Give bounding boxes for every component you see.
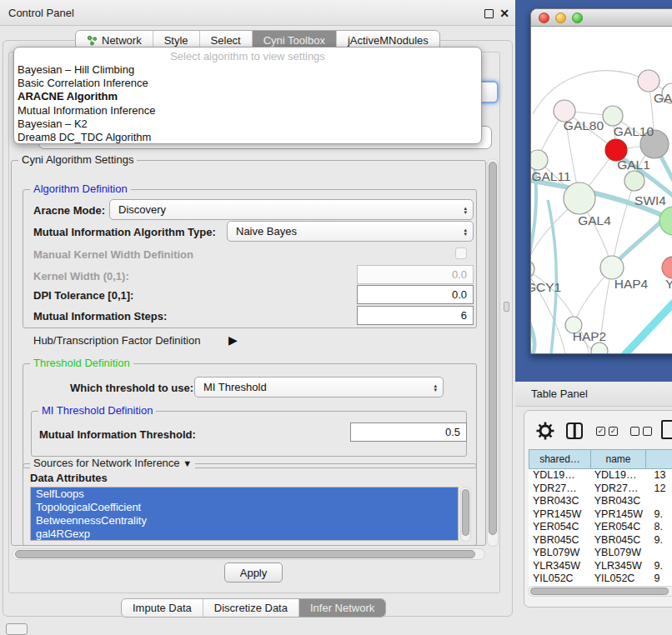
hub-definition-toggle-label[interactable]: Hub/Transcription Factor Definition [33,334,200,347]
float-panel-icon[interactable] [484,9,494,18]
attribute-item[interactable]: SelfLoops [31,488,458,501]
network-node[interactable] [659,207,672,235]
cell-name[interactable]: YDR27… [590,482,644,496]
settings-horizontal-scrollbar-thumb[interactable] [15,550,475,558]
column-header-shared-name[interactable]: shared… [529,449,591,469]
attribute-item[interactable]: BetweennessCentrality [31,514,458,528]
kernel-width-field[interactable]: 0.0 [357,265,474,284]
cell-name[interactable]: YBR043C [590,495,644,508]
table-row[interactable]: YPR145W YPR145W 9. [529,508,672,522]
tab-infer-network[interactable]: Infer Network [298,599,385,617]
network-node[interactable] [638,70,659,92]
network-edge[interactable] [533,71,649,114]
minimized-panel-icon[interactable] [6,623,28,635]
settings-horizontal-scrollbar[interactable] [12,548,485,560]
cell-value[interactable]: 9. [644,508,672,522]
aracne-mode-select[interactable]: Discovery ▴▾ [109,199,474,220]
panel-splitter-handle[interactable] [504,302,509,312]
attribute-list-scrollbar-thumb[interactable] [462,489,469,536]
cell-name[interactable]: YIL052C [590,572,644,586]
settings-vertical-scrollbar[interactable] [487,158,499,547]
cell-shared-name[interactable]: YPR145W [529,508,590,522]
cell-value[interactable]: 9. [644,560,672,573]
cell-value[interactable]: 9 [644,572,672,586]
attribute-list-scrollbar[interactable] [460,487,471,542]
cell-shared-name[interactable]: YIL052C [529,572,590,586]
mi-threshold-field[interactable]: 0.5 [350,422,467,442]
network-node[interactable] [531,150,548,170]
cell-name[interactable]: YBR045C [590,534,644,548]
column-header-name[interactable]: name [591,449,646,469]
network-node[interactable] [662,257,672,278]
apply-button[interactable]: Apply [224,562,283,582]
algorithm-option[interactable]: Bayesian – Hill Climbing [14,63,481,77]
mi-algorithm-type-select[interactable]: Naive Bayes ▴▾ [227,221,474,242]
cell-shared-name[interactable]: YDR27… [529,482,590,496]
cell-value[interactable]: 12 [644,482,672,496]
collapsed-arrow-icon[interactable]: ▶ [228,333,238,347]
cell-name[interactable]: YPR145W [590,508,644,522]
which-threshold-select[interactable]: MI Threshold ▴▾ [194,377,444,398]
close-icon[interactable]: ✕ [499,7,510,20]
gear-icon[interactable] [536,422,554,440]
table-horizontal-scrollbar[interactable] [528,586,672,597]
checked-checkboxes-icon[interactable]: ✓ ✓ [596,427,618,436]
network-node[interactable] [600,256,624,279]
cell-shared-name[interactable]: YBR043C [529,495,590,508]
table-row[interactable]: YDL19… YDL19… 13 [529,469,672,482]
attribute-item[interactable]: TopologicalCoefficient [31,501,458,514]
unchecked-checkboxes-icon[interactable] [630,427,652,436]
network-canvas[interactable]: GAL80 GAL10 GAL1 GAL11 GAL GAL4 SWI4 GCY… [531,27,672,354]
cell-shared-name[interactable]: YDL19… [529,469,590,482]
algorithm-option-selected[interactable]: ARACNE Algorithm [14,90,481,103]
network-node[interactable] [564,182,595,214]
cell-value[interactable] [644,547,672,560]
cell-value[interactable]: 13 [644,469,672,482]
split-table-icon[interactable] [566,422,583,439]
cell-value[interactable]: 8. [644,521,672,534]
table-row[interactable]: YBR043C YBR043C [529,495,672,508]
table-row[interactable]: YBL079W YBL079W [529,547,672,560]
cell-name[interactable]: YLR345W [590,560,644,573]
column-header-clipped[interactable] [646,449,672,469]
network-node[interactable] [531,260,534,278]
algorithm-option[interactable]: Mutual Information Inference [14,104,481,118]
manual-kernel-width-checkbox[interactable] [455,248,467,259]
network-node[interactable] [591,342,608,354]
algorithm-option[interactable]: Basic Correlation Inference [14,77,481,90]
attribute-item[interactable]: gal4RGexp [31,528,458,541]
zoom-window-icon[interactable] [572,12,583,23]
dpi-tolerance-field[interactable]: 0.0 [357,285,474,304]
algorithm-option[interactable]: Dream8 DC_TDC Algorithm [14,131,481,144]
table-row[interactable]: YIL052C YIL052C 9 [529,572,672,586]
cell-name[interactable]: YBL079W [590,547,644,560]
table-row[interactable]: YER054C YER054C 8. [529,521,672,534]
close-window-icon[interactable] [539,12,549,23]
table-row[interactable]: YDR27… YDR27… 12 [529,482,672,496]
minimize-window-icon[interactable] [555,12,566,23]
settings-vertical-scrollbar-thumb[interactable] [489,162,497,535]
cell-value[interactable] [644,495,672,508]
network-edge-thick[interactable] [548,200,556,354]
cell-shared-name[interactable]: YLR345W [529,560,590,573]
tab-discretize-data[interactable]: Discretize Data [203,599,298,617]
cell-name[interactable]: YDL19… [590,469,644,482]
algorithm-option[interactable]: Bayesian – K2 [14,118,481,131]
cell-name[interactable]: YER054C [590,521,644,534]
cell-value[interactable]: 9. [644,534,672,548]
network-edge-thick[interactable] [531,312,534,354]
sources-group-title[interactable]: Sources for Network Inference ▼ [30,457,195,469]
network-window-titlebar[interactable] [531,9,672,27]
network-node[interactable] [624,171,644,191]
network-view-window[interactable]: GAL80 GAL10 GAL1 GAL11 GAL GAL4 SWI4 GCY… [530,8,672,354]
cell-shared-name[interactable]: YBR045C [529,534,590,548]
table-horizontal-scrollbar-thumb[interactable] [530,588,669,595]
cell-shared-name[interactable]: YBL079W [529,547,590,560]
network-edge-thick[interactable] [623,298,672,354]
tab-impute-data[interactable]: Impute Data [122,599,203,617]
cell-shared-name[interactable]: YER054C [529,521,590,534]
mi-steps-field[interactable]: 6 [357,306,474,325]
network-node[interactable] [603,106,623,126]
page-icon[interactable] [661,420,672,439]
table-row[interactable]: YLR345W YLR345W 9. [529,560,672,573]
